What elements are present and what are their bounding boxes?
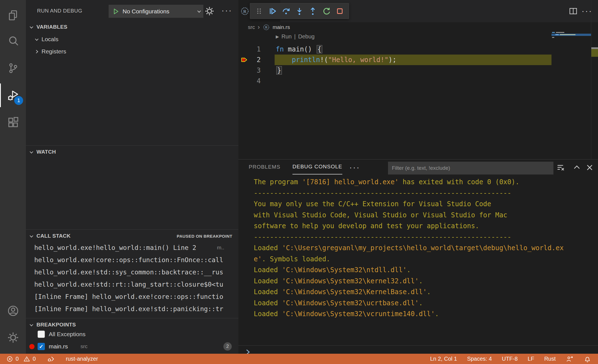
sidebar-item-source-control[interactable] (0, 55, 26, 81)
console-filter-input[interactable] (388, 162, 553, 174)
language-server-status[interactable]: rust-analyzer (66, 356, 98, 362)
registers-label: Registers (42, 48, 66, 55)
call-stack-label: CALL STACK (36, 233, 71, 239)
notifications-button[interactable] (584, 355, 591, 363)
main-rs-breakpoint-checkbox[interactable]: ✓ (38, 343, 45, 350)
code-line-content: fn main() { (276, 44, 322, 55)
minimap-line (552, 37, 554, 38)
extensions-icon (7, 116, 19, 129)
codelens: ▶ Run | Debug (276, 33, 314, 40)
codelens-run-link[interactable]: Run (282, 33, 292, 40)
sidebar-item-explorer[interactable] (0, 2, 26, 28)
checkmark-icon: ✓ (39, 343, 43, 350)
step-into-button[interactable] (293, 5, 306, 17)
tab-debug-console[interactable]: DEBUG CONSOLE (292, 159, 342, 174)
console-output: The program '[7816] hello_world.exe' has… (254, 177, 595, 320)
debug-count-badge: 1 (14, 96, 23, 105)
cursor-position-status[interactable]: Ln 2, Col 1 (430, 356, 457, 362)
source-control-icon (7, 62, 19, 75)
chevron-down-icon (30, 323, 33, 326)
feedback-person-icon (566, 355, 573, 363)
sidebar-title: RUN AND DEBUG (37, 8, 82, 14)
breakpoint-row-all-exceptions[interactable]: All Exceptions (26, 328, 238, 340)
tab-problems[interactable]: PROBLEMS (249, 159, 280, 174)
indentation-status[interactable]: Spaces: 4 (467, 356, 492, 362)
language-mode-status[interactable]: Rust (544, 356, 556, 362)
sidebar-item-search[interactable] (0, 28, 26, 54)
breakpoint-count-badge: 2 (223, 342, 232, 351)
breadcrumb-file[interactable]: main.rs (273, 24, 290, 30)
close-panel-button[interactable] (585, 163, 594, 172)
tree-item-registers[interactable]: Registers (26, 45, 238, 58)
line-number: 4 (247, 76, 261, 86)
step-out-icon (308, 6, 318, 16)
watch-label: WATCH (36, 149, 56, 155)
drag-handle-icon (255, 7, 263, 15)
clear-console-icon (556, 163, 565, 172)
step-over-button[interactable] (280, 5, 292, 17)
stack-frame[interactable]: [Inline Frame] hello_world.exe!std::pani… (26, 303, 238, 315)
console-line: ----------------------------------------… (254, 188, 595, 199)
split-editor-button[interactable] (568, 6, 578, 16)
rust-file-icon: R (240, 6, 250, 16)
accounts-button[interactable] (0, 298, 26, 324)
debug-settings-gear-button[interactable] (204, 6, 215, 16)
stack-frame[interactable]: hello_world.exe!hello_world::main() Line… (26, 242, 238, 254)
eol-status[interactable]: LF (528, 356, 534, 362)
vscode-window: 1 (0, 0, 598, 364)
step-over-icon (281, 6, 291, 16)
stack-frame[interactable]: [Inline Frame] hello_world.exe!core::ops… (26, 291, 238, 303)
sidebar-item-extensions[interactable] (0, 109, 26, 135)
debug-status-icon (47, 355, 55, 363)
console-line: ----------------------------------------… (254, 232, 595, 243)
problems-status[interactable]: 0 0 (6, 355, 36, 363)
step-out-button[interactable] (307, 5, 319, 17)
ruler-current-line-marker (591, 49, 598, 57)
tree-item-locals[interactable]: Locals (26, 33, 238, 45)
stack-frame[interactable]: hello_world.exe!core::ops::function::FnO… (26, 254, 238, 266)
panel-more-actions-button[interactable]: ··· (349, 163, 360, 171)
chevron-right-icon (35, 50, 38, 53)
variables-label: VARIABLES (36, 24, 67, 30)
debug-status-button[interactable] (47, 355, 55, 363)
chevron-down-icon (35, 37, 39, 41)
stack-frame[interactable]: hello_world.exe!std::rt::lang_start::clo… (26, 278, 238, 291)
breadcrumb: src › R main.rs (238, 22, 290, 32)
all-exceptions-label: All Exceptions (49, 331, 86, 338)
codelens-debug-link[interactable]: Debug (298, 33, 314, 40)
maximize-panel-button[interactable] (572, 163, 582, 172)
minimap[interactable] (551, 24, 591, 60)
rust-file-icon: R (263, 24, 270, 31)
breakpoint-row-main-rs[interactable]: ✓ main.rs src 2 (26, 340, 238, 353)
sidebar-item-run-and-debug[interactable]: 1 (0, 82, 26, 108)
breadcrumb-folder[interactable]: src (248, 24, 255, 30)
chevron-down-icon (30, 25, 33, 28)
console-line: Loaded 'C:\Windows\System32\ucrtbase.dll… (254, 298, 595, 309)
settings-button[interactable] (0, 324, 26, 350)
breakpoint-dot-icon (29, 344, 35, 349)
restart-button[interactable] (320, 5, 333, 17)
continue-button[interactable] (266, 5, 279, 17)
all-exceptions-checkbox[interactable] (38, 331, 45, 338)
settings-gear-icon (7, 331, 19, 344)
split-editor-icon (568, 6, 578, 16)
toolbar-drag-handle[interactable] (253, 5, 265, 17)
stop-button[interactable] (334, 5, 346, 17)
config-dropdown-label: No Configurations (123, 8, 195, 15)
debug-config-dropdown[interactable]: No Configurations (109, 5, 203, 18)
restart-icon (322, 6, 331, 16)
chevron-down-icon (30, 150, 33, 153)
feedback-button[interactable] (566, 355, 573, 363)
code-line-4: 4 (238, 76, 551, 86)
section-header-watch[interactable]: WATCH (26, 146, 238, 158)
section-header-variables[interactable]: VARIABLES (26, 21, 238, 33)
warning-count: 0 (33, 356, 36, 362)
chevron-up-icon (572, 163, 582, 172)
minimap-line (556, 32, 564, 33)
encoding-status[interactable]: UTF-8 (502, 356, 518, 362)
section-header-call-stack[interactable]: CALL STACK PAUSED ON BREAKPOINT (26, 230, 238, 242)
stack-frame[interactable]: hello_world.exe!std::sys_common::backtra… (26, 266, 238, 278)
explorer-icon (7, 9, 19, 22)
clear-console-button[interactable] (556, 163, 565, 172)
sidebar-more-actions-button[interactable]: ··· (221, 6, 232, 14)
